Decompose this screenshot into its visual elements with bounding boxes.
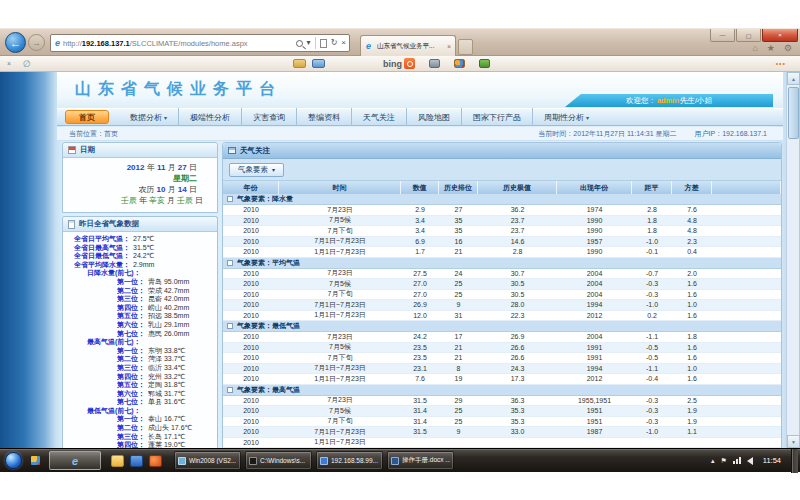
nav-item-label: 天气关注	[363, 112, 395, 123]
nav-item[interactable]: 天气关注	[352, 108, 407, 126]
close-icon[interactable]: ×	[7, 60, 11, 67]
search-icon[interactable]	[296, 40, 303, 47]
table-row[interactable]: 20107月1日~7月23日31.5933.01987-1.01.1	[223, 427, 781, 438]
media-player-icon[interactable]	[130, 455, 143, 467]
nav-item[interactable]: 国家下行产品	[462, 108, 533, 126]
column-header[interactable]: 出现年份	[557, 181, 632, 194]
lunar-date: 农历 10 月 14 日	[63, 184, 217, 195]
table-row[interactable]: 20101月1日~7月23日1.7212.81990-0.10.4	[223, 247, 781, 258]
table-row[interactable]: 20107月下旬31.42535.31951-0.31.9	[223, 417, 781, 428]
network-icon[interactable]	[733, 457, 741, 464]
table-row[interactable]: 20107月23日27.52430.72004-0.72.0	[223, 269, 781, 280]
column-header[interactable]: 方差	[672, 181, 712, 194]
stop-icon[interactable]: ×	[341, 39, 346, 47]
tray-expand-icon[interactable]: ▴	[711, 457, 715, 464]
nav-item[interactable]: 周期性分析▾	[533, 108, 600, 126]
maximize-button[interactable]: ▢	[736, 29, 761, 42]
group-checkbox[interactable]	[227, 387, 233, 393]
group-checkbox[interactable]	[227, 260, 233, 266]
column-header[interactable]: 距平	[632, 181, 672, 194]
table-group-row[interactable]: 气象要素：平均气温	[223, 258, 781, 269]
nav-item[interactable]: 首页	[65, 110, 109, 124]
nav-item[interactable]: 极端性分析	[179, 108, 242, 126]
pinned-app-icon[interactable]	[149, 455, 162, 467]
rank-label: 第一位：	[63, 278, 145, 287]
volume-icon[interactable]	[747, 457, 753, 465]
table-cell: 2010	[223, 417, 279, 427]
app-icon[interactable]	[31, 456, 40, 465]
nav-item[interactable]: 灾害查询	[242, 108, 297, 126]
chevron-down-icon[interactable]: ▾	[307, 39, 311, 47]
more-icon[interactable]: •••	[776, 60, 786, 67]
taskbar-window-button[interactable]: Win2008 (VS2...	[174, 451, 241, 470]
column-header[interactable]: 年份	[223, 181, 279, 194]
scroll-up-icon[interactable]: ▲	[787, 72, 800, 85]
table-row[interactable]: 20107月1日~7月23日6.91614.61957-1.02.3	[223, 237, 781, 248]
addon-icon[interactable]	[454, 59, 465, 68]
table-row[interactable]: 20107月23日31.52936.31955,1951-0.32.5	[223, 396, 781, 407]
taskbar-window-button[interactable]: C:\Windows\s...	[245, 451, 312, 470]
group-checkbox[interactable]	[227, 323, 233, 329]
explorer-icon[interactable]	[111, 455, 124, 467]
taskbar-ie-button[interactable]: e	[49, 451, 101, 470]
column-header[interactable]: 数值	[401, 181, 439, 194]
show-desktop-button[interactable]	[791, 449, 798, 473]
table-row[interactable]: 20107月1日~7月23日26.9928.01994-1.01.0	[223, 300, 781, 311]
table-row[interactable]: 20107月下旬3.43523.719901.84.8	[223, 226, 781, 237]
action-center-flag-icon[interactable]: ⚑	[721, 457, 727, 464]
addon-card-icon[interactable]	[293, 59, 306, 68]
scroll-down-icon[interactable]: ▼	[787, 435, 800, 448]
table-group-row[interactable]: 气象要素：最高气温	[223, 385, 781, 396]
puzzle-addon-icon[interactable]	[479, 59, 490, 68]
nav-item[interactable]: 数据分析▾	[119, 108, 179, 126]
table-cell: 1990	[557, 247, 632, 257]
table-row[interactable]: 20101月1日~7月23日7.61917.32012-0.41.6	[223, 374, 781, 385]
table-row[interactable]: 20107月5候27.02530.52004-0.31.6	[223, 279, 781, 290]
favorites-star-icon[interactable]: ★	[767, 43, 775, 53]
tab-close-icon[interactable]: ×	[447, 43, 451, 50]
table-group-row[interactable]: 气象要素：最低气温	[223, 321, 781, 332]
taskbar-clock[interactable]: 11:54	[763, 456, 781, 465]
table-group-row[interactable]: 气象要素：降水量	[223, 194, 781, 205]
refresh-icon[interactable]: ↻	[331, 39, 338, 47]
taskbar-window-button[interactable]: 192.168.58.99...	[316, 451, 383, 470]
start-button[interactable]	[5, 452, 22, 469]
table-row[interactable]: 20107月5候23.52126.61991-0.51.6	[223, 343, 781, 354]
scrollbar-thumb[interactable]	[788, 87, 799, 139]
nav-item[interactable]: 风险地图	[407, 108, 462, 126]
url-text[interactable]: http://192.168.137.1/SLCCLIMATE/modules/…	[63, 39, 293, 48]
table-row[interactable]: 20107月5候31.42535.31951-0.31.9	[223, 406, 781, 417]
browser-tab[interactable]: e 山东省气候业务平... ×	[360, 35, 456, 56]
table-row[interactable]: 20101月1日~7月23日	[223, 438, 781, 449]
table-row[interactable]: 20107月1日~7月23日23.1824.31994-1.11.0	[223, 364, 781, 375]
bing-search-icon[interactable]	[404, 58, 415, 69]
element-filter-button[interactable]: 气象要素 ▾	[229, 163, 284, 177]
back-button[interactable]: ←	[5, 32, 26, 53]
group-checkbox[interactable]	[227, 196, 233, 202]
table-row[interactable]: 20107月下旬23.52126.61991-0.51.6	[223, 353, 781, 364]
nav-item[interactable]: 整编资料	[297, 108, 352, 126]
table-row[interactable]: 20101月1日~7月23日12.03122.320120.21.6	[223, 311, 781, 322]
camera-addon-icon[interactable]	[429, 59, 440, 68]
column-header[interactable]: 历史极值	[478, 181, 557, 194]
address-bar[interactable]: e http://192.168.137.1/SLCCLIMATE/module…	[50, 34, 350, 52]
settings-gear-icon[interactable]: ⚙	[784, 43, 792, 53]
table-row[interactable]: 20107月23日24.21726.92004-1.11.8	[223, 332, 781, 343]
addon-mail-icon[interactable]	[312, 59, 325, 68]
blocked-icon[interactable]: ∅	[23, 59, 31, 69]
new-tab-button[interactable]	[458, 39, 473, 55]
table-row[interactable]: 20107月23日2.92736.219742.87.6	[223, 205, 781, 216]
close-button[interactable]: ×	[762, 29, 798, 42]
rank-value: 单县 31.6℃	[148, 398, 185, 407]
home-icon[interactable]: ⌂	[752, 43, 757, 53]
taskbar-window-button[interactable]: 操作手册.docx ...	[387, 451, 454, 470]
table-row[interactable]: 20107月下旬27.02530.52004-0.31.6	[223, 290, 781, 301]
minimize-button[interactable]: —	[710, 29, 735, 42]
column-header[interactable]: 时间	[279, 181, 401, 194]
compatibility-view-icon[interactable]	[320, 39, 327, 48]
forward-button[interactable]: →	[28, 34, 45, 51]
vertical-scrollbar[interactable]: ▲ ▼	[786, 72, 799, 448]
table-row[interactable]: 20107月5候3.43523.719901.84.8	[223, 216, 781, 227]
column-header[interactable]: 历史排位	[439, 181, 478, 194]
bing-toolbar[interactable]: bing	[383, 58, 415, 69]
